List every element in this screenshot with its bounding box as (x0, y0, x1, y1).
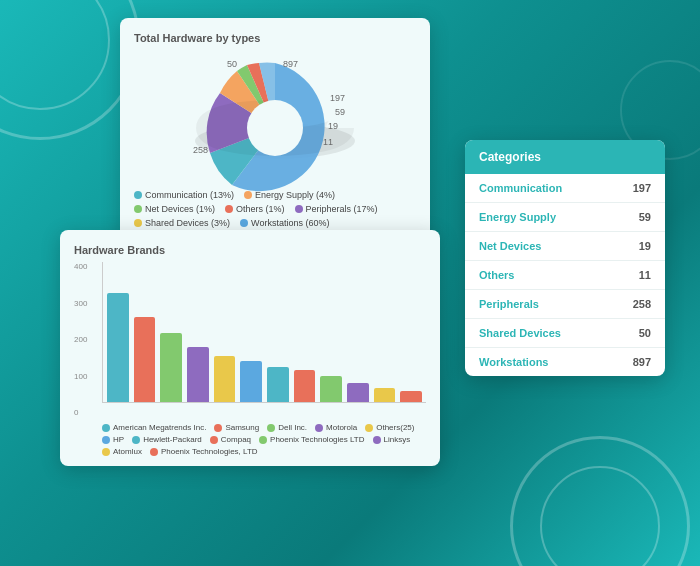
bar-legend-label: Phoenix Technologies, LTD (161, 447, 258, 456)
bar-legend-dot (102, 436, 110, 444)
bar-legend-label: Motorola (326, 423, 357, 432)
cat-value: 59 (606, 203, 665, 232)
bar-column (134, 317, 156, 402)
cat-name: Others (465, 261, 606, 290)
bar-legend-item: Compaq (210, 435, 251, 444)
bar-rect (187, 347, 209, 402)
bar-legend-item: Hewlett-Packard (132, 435, 202, 444)
cat-table-row: Communication197 (465, 174, 665, 203)
cat-value: 50 (606, 319, 665, 348)
legend-dot (244, 191, 252, 199)
bar-legend-item: Motorola (315, 423, 357, 432)
bar-legend-dot (259, 436, 267, 444)
legend-label: Peripherals (17%) (306, 204, 378, 214)
cat-table-row: Shared Devices50 (465, 319, 665, 348)
legend-dot (295, 205, 303, 213)
bar-y-label: 200 (74, 335, 98, 344)
legend-label: Communication (13%) (145, 190, 234, 200)
pie-legend-item: Workstations (60%) (240, 218, 329, 228)
legend-dot (134, 205, 142, 213)
bar-legend-label: Linksys (384, 435, 411, 444)
bar-legend-item: HP (102, 435, 124, 444)
bar-legend-label: American Megatrends Inc. (113, 423, 206, 432)
pie-chart-title: Total Hardware by types (134, 32, 416, 44)
cat-value: 197 (606, 174, 665, 203)
bar-column (240, 361, 262, 402)
bar-column (214, 356, 236, 402)
bar-legend-item: Phoenix Technologies LTD (259, 435, 364, 444)
cat-table-row: Workstations897 (465, 348, 665, 377)
bar-legend-dot (365, 424, 373, 432)
cat-table-row: Energy Supply59 (465, 203, 665, 232)
pie-svg: 897 197 59 19 11 258 50 (175, 53, 375, 181)
bar-y-label: 100 (74, 372, 98, 381)
legend-label: Net Devices (1%) (145, 204, 215, 214)
bar-column (294, 370, 316, 402)
cat-name: Net Devices (465, 232, 606, 261)
legend-dot (134, 219, 142, 227)
bar-chart-title: Hardware Brands (74, 244, 426, 256)
cat-value: 11 (606, 261, 665, 290)
pie-legend-item: Others (1%) (225, 204, 285, 214)
legend-label: Others (1%) (236, 204, 285, 214)
bar-legend-item: Others(25) (365, 423, 414, 432)
bar-rect (294, 370, 316, 402)
bar-y-label: 300 (74, 299, 98, 308)
bar-legend-dot (102, 448, 110, 456)
bar-column (374, 388, 396, 402)
bar-column (320, 376, 342, 402)
svg-point-2 (247, 100, 303, 156)
bar-rect (374, 388, 396, 402)
bar-legend-label: Compaq (221, 435, 251, 444)
bar-rect (240, 361, 262, 402)
categories-table: Communication197Energy Supply59Net Devic… (465, 174, 665, 376)
bar-rect (400, 391, 422, 402)
pie-chart-card: Total Hardware by types (120, 18, 430, 242)
bar-legend-label: Others(25) (376, 423, 414, 432)
pie-label-59: 59 (335, 107, 345, 117)
cat-name: Workstations (465, 348, 606, 377)
legend-label: Workstations (60%) (251, 218, 329, 228)
cat-name: Communication (465, 174, 606, 203)
pie-legend-item: Peripherals (17%) (295, 204, 378, 214)
bar-rect (267, 367, 289, 402)
deco-circle-4 (540, 466, 660, 566)
bar-legend-dot (373, 436, 381, 444)
bar-legend-label: Hewlett-Packard (143, 435, 202, 444)
bar-rect (347, 383, 369, 402)
deco-circle-3 (510, 436, 690, 566)
cat-name: Energy Supply (465, 203, 606, 232)
bar-legend-item: Linksys (373, 435, 411, 444)
cat-value: 19 (606, 232, 665, 261)
legend-dot (225, 205, 233, 213)
bar-legend: American Megatrends Inc.SamsungDell Inc.… (74, 423, 426, 456)
bar-legend-dot (132, 436, 140, 444)
pie-legend: Communication (13%)Energy Supply (4%)Net… (134, 190, 416, 228)
bar-legend-dot (315, 424, 323, 432)
bar-y-labels: 0100200300400 (74, 262, 98, 417)
pie-legend-item: Shared Devices (3%) (134, 218, 230, 228)
bar-legend-dot (214, 424, 222, 432)
cat-value: 897 (606, 348, 665, 377)
bar-legend-item: Atomlux (102, 447, 142, 456)
cat-table-row: Peripherals258 (465, 290, 665, 319)
bar-rect (320, 376, 342, 402)
bar-legend-item: Samsung (214, 423, 259, 432)
bar-chart-inner (102, 262, 426, 403)
bar-legend-dot (150, 448, 158, 456)
pie-legend-item: Energy Supply (4%) (244, 190, 335, 200)
cat-value: 258 (606, 290, 665, 319)
bar-rect (134, 317, 156, 402)
legend-dot (134, 191, 142, 199)
bar-column (347, 383, 369, 402)
bar-legend-label: Samsung (225, 423, 259, 432)
pie-chart-area: 897 197 59 19 11 258 50 (134, 52, 416, 182)
bar-rect (160, 333, 182, 402)
categories-card: Categories Communication197Energy Supply… (465, 140, 665, 376)
bar-legend-label: Atomlux (113, 447, 142, 456)
bar-column (187, 347, 209, 402)
bar-rect (214, 356, 236, 402)
pie-legend-item: Communication (13%) (134, 190, 234, 200)
bar-legend-label: HP (113, 435, 124, 444)
categories-header: Categories (465, 140, 665, 174)
